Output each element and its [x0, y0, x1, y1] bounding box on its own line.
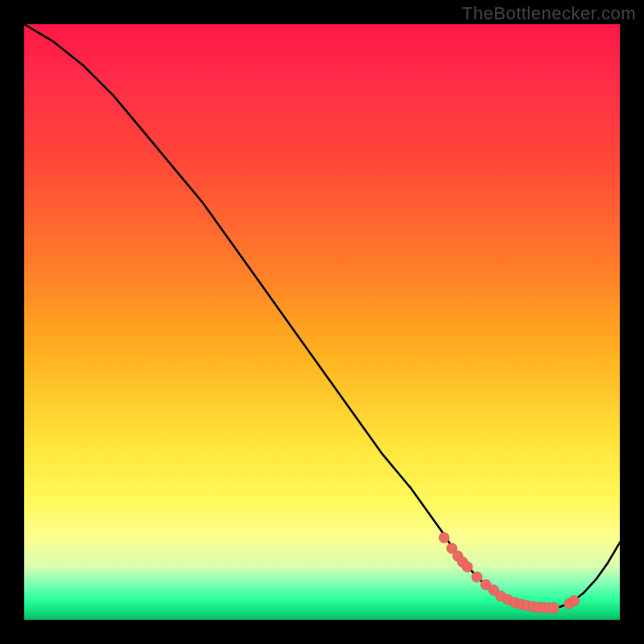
highlight-markers: [439, 532, 579, 613]
marker-point: [439, 532, 449, 543]
chart-frame: TheBottlenecker.com: [0, 0, 644, 644]
watermark-text: TheBottlenecker.com: [462, 3, 636, 24]
marker-point: [569, 596, 580, 606]
plot-inner: [24, 24, 620, 620]
plot-area: [24, 24, 620, 620]
marker-point: [548, 603, 559, 613]
curve-svg: [24, 24, 620, 620]
marker-point: [462, 562, 473, 572]
bottleneck-curve: [24, 24, 620, 608]
marker-point: [472, 572, 482, 582]
